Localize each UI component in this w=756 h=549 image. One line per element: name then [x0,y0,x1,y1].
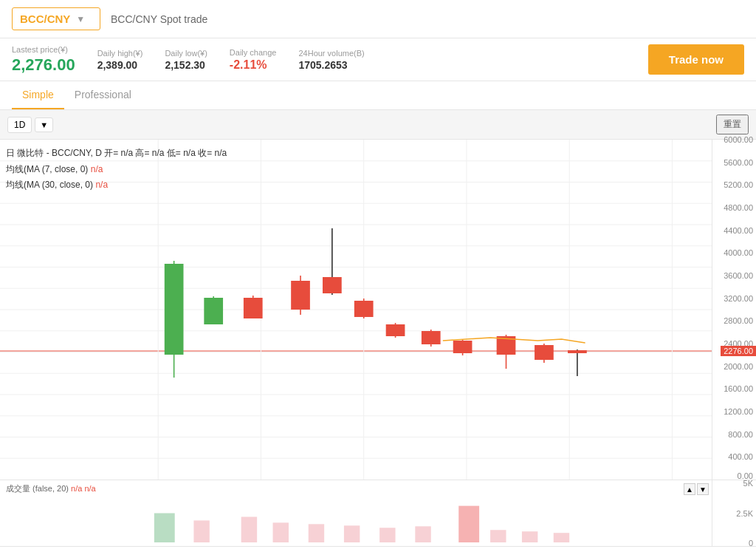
chart-svg-area: 日 微比特 - BCC/CNY, D 开= n/a 高= n/a 低= n/a … [0,140,712,480]
trade-now-button[interactable]: Trade now [648,44,744,75]
svg-rect-48 [241,516,257,542]
y-label-5600: 5600.00 [724,158,753,167]
daily-low-stat: Daily low(¥) 2,152.30 [165,49,207,71]
vol-y-label-2-5k: 2.5K [736,509,753,518]
svg-rect-27 [244,298,263,318]
latest-price-stat: Lastest price(¥) 2,276.00 [12,45,75,75]
header: BCC/CNY ▼ BCC/CNY Spot trade [0,0,756,38]
chart-info: 日 微比特 - BCC/CNY, D 开= n/a 高= n/a 低= n/a … [6,146,227,194]
vol-y-label-0: 0 [749,539,753,548]
svg-rect-53 [379,528,395,542]
period-selector: 1D ▼ [7,117,53,133]
period-1d-button[interactable]: 1D [7,117,32,133]
svg-rect-39 [453,341,472,353]
volume-bars-chart [0,480,712,546]
chart-container: 1D ▼ 重置 日 微比特 - BCC/CNY, D 开= n/a 高= n/a… [0,110,756,549]
y-label-4000: 4000.00 [724,248,753,257]
svg-rect-37 [422,331,441,344]
volume-y-axis: 5K 2.5K 0 [712,480,756,546]
svg-rect-45 [568,350,587,353]
svg-rect-51 [458,506,479,542]
y-label-4800: 4800.00 [724,203,753,212]
pair-selector[interactable]: BCC/CNY ▼ [12,7,100,30]
svg-rect-47 [193,520,209,542]
volume-label: 24Hour volume(B) [298,49,364,58]
y-label-1200: 1200.00 [724,407,753,416]
chart-toolbar: 1D ▼ 重置 [0,110,756,140]
volume-info: 成交量 (false, 20) n/a n/a [6,483,96,494]
tabs: Simple Professional [0,81,756,110]
svg-rect-57 [554,533,569,542]
volume-stat: 24Hour volume(B) 1705.2653 [298,49,364,71]
daily-change-label: Daily change [230,48,277,57]
daily-change-stat: Daily change -2.11% [230,48,277,72]
dropdown-arrow: ▼ [76,14,85,24]
y-label-3200: 3200.00 [724,294,753,303]
y-label-3600: 3600.00 [724,271,753,280]
svg-rect-43 [535,345,554,360]
current-price-label: 2276.00 [721,346,756,356]
svg-rect-49 [273,522,289,542]
y-label-4400: 4400.00 [724,226,753,235]
svg-rect-31 [323,277,342,293]
period-dropdown-button[interactable]: ▼ [35,117,53,132]
stats-bar: Lastest price(¥) 2,276.00 Daily high(¥) … [0,38,756,81]
daily-low-label: Daily low(¥) [165,49,207,58]
y-label-1600: 1600.00 [724,384,753,393]
ma30-info: 均线(MA (30, close, 0) n/a [6,177,227,194]
svg-rect-33 [354,301,374,317]
latest-price-label: Lastest price(¥) [12,45,75,54]
y-label-5200: 5200.00 [724,180,753,189]
y-label-800: 800.00 [728,430,753,439]
svg-rect-55 [490,530,506,542]
svg-rect-23 [165,264,184,355]
volume-expand-button[interactable]: ▼ [697,483,709,495]
volume-controls: ▲ ▼ [684,483,709,495]
svg-rect-25 [204,298,223,324]
svg-rect-54 [415,526,430,542]
main-chart: 日 微比特 - BCC/CNY, D 开= n/a 高= n/a 低= n/a … [0,140,756,480]
tab-professional[interactable]: Professional [64,81,142,109]
x-axis: 23 25 27 29 八月 3 [0,546,756,549]
tab-simple[interactable]: Simple [12,81,64,109]
y-label-2800: 2800.00 [724,316,753,325]
svg-rect-56 [522,531,537,542]
daily-change-value: -2.11% [230,58,277,72]
svg-rect-50 [309,524,324,542]
reset-button[interactable]: 重置 [716,115,749,134]
volume-value: 1705.2653 [298,59,364,71]
pair-name: BCC/CNY [20,13,70,25]
chart-y-axis: 6000.00 5600.00 5200.00 4800.00 4400.00 … [712,140,756,480]
svg-rect-35 [386,324,405,336]
svg-rect-46 [154,514,175,543]
daily-high-stat: Daily high(¥) 2,389.00 [97,49,143,71]
svg-rect-29 [291,281,310,310]
daily-high-label: Daily high(¥) [97,49,143,58]
y-label-2000: 2000.00 [724,362,753,371]
volume-collapse-button[interactable]: ▲ [684,483,695,495]
ma7-info: 均线(MA (7, close, 0) n/a [6,162,227,178]
daily-high-value: 2,389.00 [97,59,143,71]
svg-rect-52 [344,525,360,542]
vol-y-label-5k: 5K [743,479,753,488]
volume-chart: 成交量 (false, 20) n/a n/a ▲ ▼ [0,480,756,546]
pair-label: BCC/CNY Spot trade [111,13,207,25]
volume-svg-area: 成交量 (false, 20) n/a n/a ▲ ▼ [0,480,712,546]
daily-low-value: 2,152.30 [165,59,207,71]
latest-price-value: 2,276.00 [12,55,75,75]
chart-title: 日 微比特 - BCC/CNY, D 开= n/a 高= n/a 低= n/a … [6,146,227,162]
y-label-6000: 6000.00 [724,135,753,144]
y-label-400: 400.00 [728,452,753,461]
